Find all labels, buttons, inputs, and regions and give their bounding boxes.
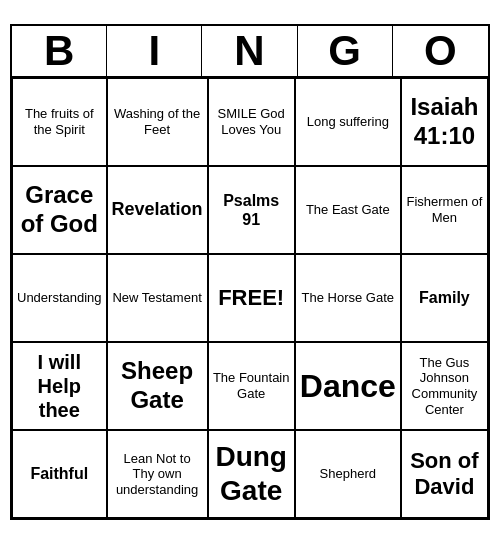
bingo-cell-2: SMILE God Loves You xyxy=(208,78,295,166)
bingo-cell-13: The Horse Gate xyxy=(295,254,401,342)
bingo-cell-3: Long suffering xyxy=(295,78,401,166)
header-letter-i: I xyxy=(107,26,202,76)
header-letter-n: N xyxy=(202,26,297,76)
bingo-cell-10: Understanding xyxy=(12,254,107,342)
bingo-cell-9: Fishermen of Men xyxy=(401,166,488,254)
bingo-cell-16: Sheep Gate xyxy=(107,342,208,430)
bingo-cell-0: The fruits of the Spirit xyxy=(12,78,107,166)
bingo-cell-18: Dance xyxy=(295,342,401,430)
bingo-cell-22: Dung Gate xyxy=(208,430,295,518)
header-letter-o: O xyxy=(393,26,488,76)
bingo-cell-7: Psalms 91 xyxy=(208,166,295,254)
bingo-cell-19: The Gus Johnson Community Center xyxy=(401,342,488,430)
bingo-cell-20: Faithful xyxy=(12,430,107,518)
bingo-cell-17: The Fountain Gate xyxy=(208,342,295,430)
bingo-cell-24: Son of David xyxy=(401,430,488,518)
bingo-cell-23: Shepherd xyxy=(295,430,401,518)
bingo-cell-14: Family xyxy=(401,254,488,342)
bingo-header: BINGO xyxy=(12,26,488,78)
header-letter-b: B xyxy=(12,26,107,76)
header-letter-g: G xyxy=(298,26,393,76)
bingo-grid: The fruits of the SpiritWashing of the F… xyxy=(12,78,488,518)
bingo-cell-8: The East Gate xyxy=(295,166,401,254)
bingo-card: BINGO The fruits of the SpiritWashing of… xyxy=(10,24,490,520)
bingo-cell-21: Lean Not to Thy own understanding xyxy=(107,430,208,518)
bingo-cell-11: New Testament xyxy=(107,254,208,342)
bingo-cell-15: I will Help thee xyxy=(12,342,107,430)
bingo-cell-4: Isaiah 41:10 xyxy=(401,78,488,166)
bingo-cell-6: Revelation xyxy=(107,166,208,254)
bingo-cell-12: FREE! xyxy=(208,254,295,342)
bingo-cell-5: Grace of God xyxy=(12,166,107,254)
bingo-cell-1: Washing of the Feet xyxy=(107,78,208,166)
